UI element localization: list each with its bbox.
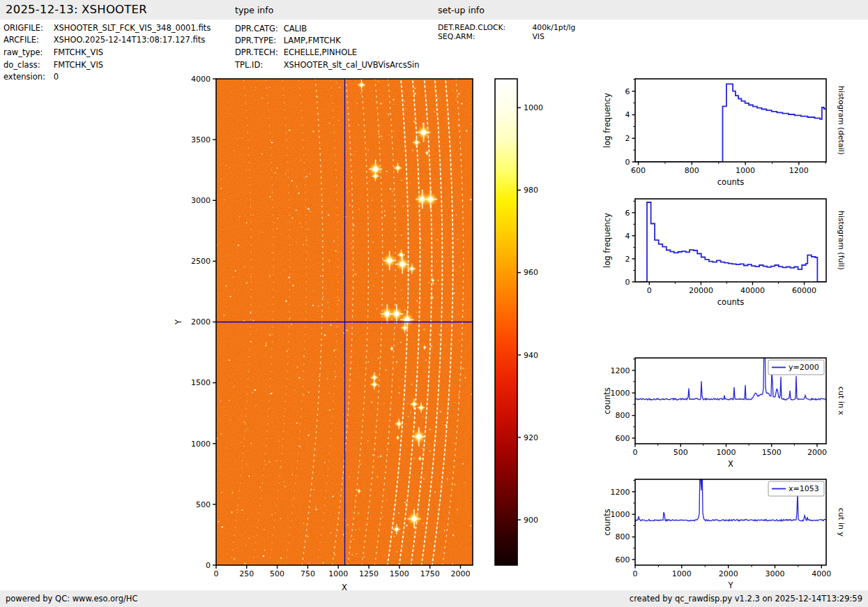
svg-text:1250: 1250 <box>359 569 379 578</box>
file-info-label: raw_type: <box>3 47 51 57</box>
type-info-value: CALIB <box>284 24 307 33</box>
footer-right-text: created by qc_rawdisp.py v1.2.3 on 2025-… <box>630 594 862 604</box>
type-info-row: DPR.TYPE: LAMP,FMTCHK <box>235 36 341 45</box>
type-info-row: DPR.TECH: ECHELLE,PINHOLE <box>235 47 357 57</box>
svg-text:6: 6 <box>625 209 630 218</box>
svg-text:counts: counts <box>717 177 744 187</box>
footer-left-text: powered by QC: www.eso.org/HC <box>6 594 137 604</box>
svg-text:1500: 1500 <box>191 378 211 387</box>
svg-text:cut in y: cut in y <box>837 508 846 537</box>
svg-text:histogram (full): histogram (full) <box>837 211 846 270</box>
file-info-value: FMTCHK_VIS <box>54 47 103 57</box>
svg-text:4: 4 <box>625 232 630 241</box>
svg-text:2: 2 <box>625 134 630 143</box>
svg-text:log frequency: log frequency <box>602 93 612 148</box>
svg-text:0: 0 <box>633 448 638 457</box>
svg-text:x=1053: x=1053 <box>789 484 819 493</box>
svg-text:X: X <box>728 459 733 469</box>
svg-text:0: 0 <box>633 569 638 578</box>
svg-text:3000: 3000 <box>765 569 784 578</box>
svg-text:60000: 60000 <box>792 286 816 295</box>
svg-text:1200: 1200 <box>611 488 630 497</box>
svg-text:20000: 20000 <box>689 286 713 295</box>
svg-text:1750: 1750 <box>420 569 440 578</box>
svg-text:250: 250 <box>239 569 254 578</box>
svg-text:counts: counts <box>602 509 612 535</box>
svg-text:2000: 2000 <box>450 569 470 578</box>
header-bar: 2025-12-13: XSHOOTER type info set-up in… <box>0 0 868 20</box>
setup-info-value: 400k/1pt/lg <box>532 23 575 32</box>
page-title: 2025-12-13: XSHOOTER <box>6 3 147 16</box>
svg-text:4000: 4000 <box>191 75 211 84</box>
svg-text:1000: 1000 <box>191 440 211 449</box>
svg-text:Y: Y <box>727 580 733 590</box>
type-info-label: DPR.TECH: <box>235 47 281 57</box>
raw-image-plot: 0250500750100012501500175020000500100015… <box>174 66 488 607</box>
setup-info-row: SEQ.ARM: VIS <box>438 32 545 41</box>
file-info-label: ARCFILE: <box>3 35 51 45</box>
svg-text:960: 960 <box>524 268 538 277</box>
file-info-row: ARCFILE: XSHOO.2025-12-14T13:08:17.127.f… <box>3 35 205 45</box>
svg-text:2000: 2000 <box>191 317 211 327</box>
type-info-heading: type info <box>235 5 273 15</box>
svg-text:cut in x: cut in x <box>837 387 846 415</box>
svg-text:600: 600 <box>631 166 646 175</box>
svg-text:0: 0 <box>625 158 630 167</box>
file-info-value: XSHOO.2025-12-14T13:08:17.127.fits <box>54 35 206 45</box>
svg-text:y=2000: y=2000 <box>789 363 819 372</box>
svg-text:500: 500 <box>673 448 688 457</box>
svg-text:2: 2 <box>625 255 630 264</box>
file-info-label: do_class: <box>3 60 51 70</box>
svg-text:counts: counts <box>717 297 744 307</box>
svg-text:histogram (detail): histogram (detail) <box>837 86 846 155</box>
svg-text:600: 600 <box>616 555 630 564</box>
file-info-value: 0 <box>54 72 59 82</box>
svg-text:800: 800 <box>616 411 630 420</box>
svg-text:2000: 2000 <box>719 569 738 578</box>
svg-text:4: 4 <box>625 110 630 119</box>
cut-in-x-plot: 050010001500200060080010001200Xcountscut… <box>601 349 868 477</box>
file-info-label: extension: <box>3 72 51 82</box>
type-info-label: DPR.CATG: <box>235 24 281 33</box>
svg-text:0: 0 <box>206 561 211 570</box>
svg-text:1200: 1200 <box>611 366 630 375</box>
svg-text:920: 920 <box>524 433 538 442</box>
colorbar: 1000980960940920900 <box>488 66 568 607</box>
type-info-value: ECHELLE,PINHOLE <box>284 47 357 57</box>
file-info-row: do_class: FMTCHK_VIS <box>3 60 103 70</box>
svg-text:1000: 1000 <box>611 510 630 519</box>
svg-text:1000: 1000 <box>672 569 692 578</box>
file-info-row: raw_type: FMTCHK_VIS <box>3 47 103 57</box>
setup-info-row: DET.READ.CLOCK: 400k/1pt/lg <box>438 23 575 32</box>
setup-info-label: SEQ.ARM: <box>438 32 530 41</box>
file-info-label: ORIGFILE: <box>3 23 51 33</box>
setup-info-label: DET.READ.CLOCK: <box>438 23 530 32</box>
svg-text:1000: 1000 <box>328 569 348 578</box>
svg-text:1000: 1000 <box>524 103 543 112</box>
svg-text:Y: Y <box>174 319 183 325</box>
svg-text:1000: 1000 <box>611 389 630 398</box>
setup-info-heading: set-up info <box>438 5 485 15</box>
histogram-full-plot: 02000040000600000246countslog frequencyh… <box>601 190 868 314</box>
svg-text:3500: 3500 <box>191 135 211 144</box>
svg-text:900: 900 <box>524 516 538 525</box>
file-info-row: extension: 0 <box>3 72 59 82</box>
qc-report-page: 2025-12-13: XSHOOTER type info set-up in… <box>0 0 868 607</box>
histogram-detail-plot: 600800100012000246countslog frequencyhis… <box>601 70 868 194</box>
svg-text:counts: counts <box>602 387 612 414</box>
svg-text:1000: 1000 <box>736 166 755 175</box>
file-info-row: ORIGFILE: XSHOOTER_SLT_FCK_VIS_348_0001.… <box>3 23 211 33</box>
type-info-row: DPR.CATG: CALIB <box>235 24 307 33</box>
svg-text:1000: 1000 <box>716 448 736 457</box>
svg-text:750: 750 <box>300 569 315 578</box>
file-info-value: FMTCHK_VIS <box>54 60 103 70</box>
svg-text:0: 0 <box>647 286 652 295</box>
type-info-value: LAMP,FMTCHK <box>284 36 341 45</box>
svg-text:4000: 4000 <box>812 569 831 578</box>
svg-text:6: 6 <box>625 87 630 96</box>
svg-text:500: 500 <box>196 500 211 509</box>
svg-text:log frequency: log frequency <box>602 213 612 268</box>
svg-text:1200: 1200 <box>789 166 809 175</box>
svg-text:940: 940 <box>524 351 538 360</box>
svg-text:800: 800 <box>616 532 630 541</box>
